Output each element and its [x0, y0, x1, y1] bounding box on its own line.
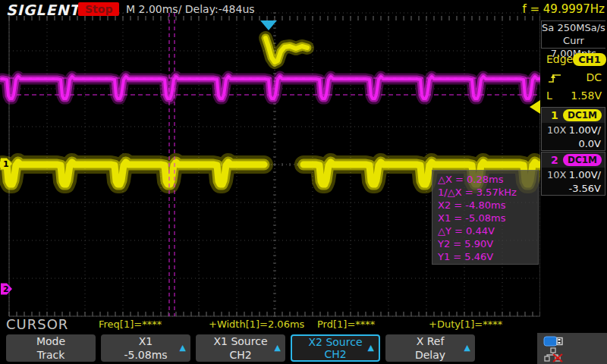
- channel2-coupling-badge: DC1M: [563, 154, 602, 166]
- cursor-readout-line: X2 = -4.80ms: [438, 199, 538, 212]
- measurement-item: +Width[1]=2.06ms: [209, 318, 304, 330]
- status-icon-corner: [537, 333, 607, 364]
- rising-edge-icon: [546, 71, 563, 84]
- siglent-logo: SIGLENT: [6, 2, 80, 18]
- trigger-position-marker: [260, 20, 277, 30]
- softkey-label-top: X1: [101, 334, 190, 348]
- softkey-menu-bar: Mode Track X1 -5.08ms ▲ X1 Source CH2 ▲ …: [0, 333, 607, 364]
- cursor-readout-line: △Y = 0.44V: [438, 224, 538, 237]
- frequency-counter: f = 49.9997Hz: [522, 2, 605, 16]
- trigger-level-value: 1.58V: [571, 89, 602, 102]
- softkey-label-bottom: Track: [6, 348, 96, 362]
- softkey-label-bottom: Delay: [385, 348, 475, 362]
- submenu-arrow-icon: ▲: [275, 341, 281, 355]
- channel2-panel[interactable]: 2 DC1M 10X 1.00V/ -3.56V: [541, 152, 605, 196]
- softkey-button-x2-source[interactable]: X2 Source CH2 ▲: [291, 334, 380, 362]
- submenu-arrow-icon: ▲: [368, 342, 374, 354]
- channel2-probe: 10X: [547, 169, 566, 180]
- top-bar: SIGLENT Stop M 2.00ms/ Delay:-484us f = …: [0, 0, 607, 20]
- softkey-button-x1-source[interactable]: X1 Source CH2 ▲: [196, 334, 285, 362]
- measurement-item: +Duty[1]=****: [429, 318, 502, 330]
- measurement-item: Freq[1]=****: [99, 318, 162, 330]
- cursor-readout-line: 1/△X = 3.57kHz: [438, 186, 538, 199]
- channel1-number: 1: [551, 109, 558, 121]
- cursor-readout-line: △X = 0.28ms: [438, 173, 538, 186]
- svg-text:1: 1: [3, 159, 9, 169]
- cursor-readout-box: △X = 0.28ms1/△X = 3.57kHzX2 = -4.80msX1 …: [432, 170, 539, 265]
- oscilloscope-screen: 12 SIGLENT Stop M 2.00ms/ Delay:-484us f…: [0, 0, 607, 364]
- channel2-offset: -3.56V: [568, 183, 601, 194]
- cursor-readout-line: X1 = -5.08ms: [438, 212, 538, 224]
- measurement-row: CURSOR Freq[1]=****+Width[1]=2.06msPrd[1…: [0, 316, 540, 332]
- trigger-type: Edge: [546, 53, 573, 65]
- submenu-arrow-icon: ▲: [180, 341, 186, 355]
- softkey-label-top: Mode: [6, 334, 96, 348]
- lan-disconnected-icon: [543, 347, 569, 362]
- softkey-button-mode[interactable]: Mode Track: [6, 334, 96, 362]
- softkey-label-top: X Ref: [385, 334, 475, 348]
- cursor-readout-line: Y1 = 5.46V: [438, 250, 538, 263]
- right-sidebar: Sa 250MSa/s Curr 7.00Mpts Edge CH1 DC L …: [540, 0, 607, 364]
- usb-icon: [543, 335, 569, 347]
- cursor-mode-label: CURSOR: [6, 316, 68, 332]
- softkey-button-x-ref[interactable]: X Ref Delay ▲: [385, 334, 475, 362]
- softkey-label-top: X2 Source: [292, 336, 379, 348]
- channel1-coupling-badge: DC1M: [563, 109, 602, 121]
- acquisition-panel: Sa 250MSa/s Curr 7.00Mpts: [541, 20, 605, 49]
- channel1-probe: 10X: [547, 124, 566, 136]
- submenu-arrow-icon: ▲: [464, 341, 470, 355]
- trigger-coupling: DC: [586, 71, 602, 83]
- measurement-item: Prd[1]=****: [317, 318, 375, 330]
- sample-rate: Sa 250MSa/s: [542, 21, 605, 34]
- softkey-label-bottom: -5.08ms: [101, 348, 190, 362]
- cursor-readout-line: Y2 = 5.90V: [438, 237, 538, 250]
- trigger-panel: Edge CH1 DC L 1.58V: [541, 50, 605, 105]
- channel1-panel[interactable]: 1 DC1M 10X 1.00V/ 0.0V: [541, 107, 605, 151]
- channel1-scale: 1.00V/: [569, 124, 601, 136]
- softkey-label-bottom: CH2: [196, 348, 285, 362]
- channel2-scale: 1.00V/: [569, 169, 601, 180]
- channel1-offset: 0.0V: [578, 138, 601, 149]
- softkey-button-x1[interactable]: X1 -5.08ms ▲: [101, 334, 190, 362]
- run-state-badge[interactable]: Stop: [78, 2, 119, 16]
- timebase-readout: M 2.00ms/ Delay:-484us: [126, 3, 255, 15]
- svg-text:2: 2: [3, 284, 9, 294]
- softkey-label-bottom: CH2: [292, 348, 379, 360]
- trigger-level-label: L: [546, 89, 552, 102]
- softkey-label-top: X1 Source: [196, 334, 285, 348]
- trigger-source-badge: CH1: [573, 53, 605, 66]
- channel2-number: 2: [551, 154, 558, 166]
